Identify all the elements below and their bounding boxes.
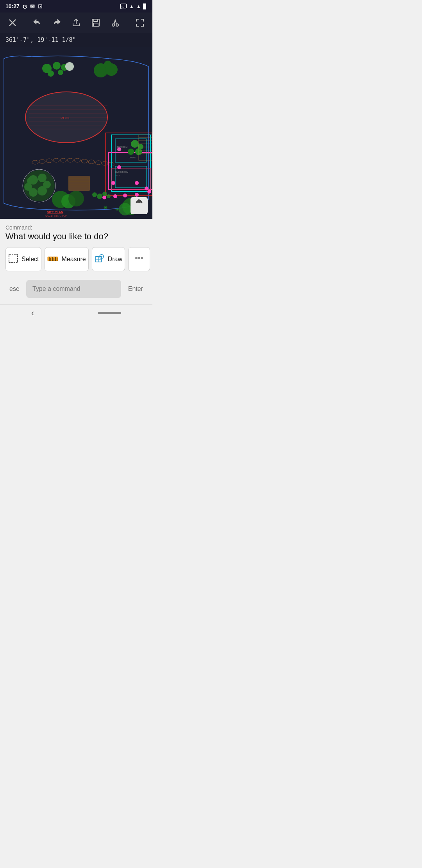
svg-text:✳: ✳: [115, 207, 119, 212]
expand-button[interactable]: [131, 197, 148, 214]
svg-text:BEDROOM: BEDROOM: [117, 146, 127, 148]
svg-rect-52: [68, 176, 90, 191]
svg-point-65: [111, 181, 115, 185]
svg-point-15: [65, 62, 74, 71]
share-button[interactable]: [70, 16, 82, 29]
measure-icon: [47, 255, 58, 264]
action-buttons-row: Select Measure: [5, 247, 147, 271]
svg-point-48: [27, 178, 34, 185]
command-question: What would you like to do?: [5, 231, 147, 242]
svg-point-85: [102, 192, 107, 196]
esc-button[interactable]: esc: [5, 282, 23, 296]
status-time: 10:27: [5, 3, 20, 9]
more-icon: [134, 253, 144, 265]
signal-icon: ▲: [136, 4, 141, 9]
redo-button[interactable]: [50, 16, 63, 29]
command-input-row: esc Enter: [5, 277, 147, 301]
wifi-icon: ▲: [129, 4, 134, 9]
select-label: Select: [21, 256, 39, 263]
svg-text:POOL: POOL: [61, 116, 70, 120]
cut-button[interactable]: [109, 16, 122, 29]
svg-point-113: [136, 257, 137, 259]
svg-rect-6: [93, 23, 98, 26]
svg-point-73: [131, 140, 139, 148]
svg-text:15'X12': 15'X12': [115, 174, 120, 176]
enter-button[interactable]: Enter: [124, 282, 147, 296]
back-button[interactable]: ‹: [31, 308, 34, 318]
svg-point-110: [101, 256, 102, 257]
svg-point-87: [92, 192, 97, 197]
coords-bar: 361'-7", 19'-11 1/8": [0, 33, 152, 47]
svg-text:DINING: DINING: [129, 156, 136, 159]
svg-text:LIVING ROOM: LIVING ROOM: [115, 171, 128, 173]
fullscreen-button[interactable]: [134, 16, 146, 29]
svg-point-67: [145, 187, 148, 190]
save-button[interactable]: [89, 16, 102, 29]
command-input[interactable]: [26, 280, 121, 298]
badge-icon: ⊡: [38, 3, 43, 9]
svg-text:10'X8': 10'X8': [117, 149, 122, 151]
canvas-area[interactable]: POOL: [0, 47, 152, 219]
home-pill[interactable]: [98, 312, 121, 314]
svg-point-13: [48, 70, 54, 77]
svg-point-71: [113, 194, 117, 198]
command-label: Command:: [5, 224, 147, 231]
coordinates-value: 361'-7", 19'-11 1/8": [5, 36, 76, 43]
toolbar: [0, 13, 152, 33]
svg-point-14: [58, 70, 63, 75]
status-bar: 10:27 G ✉ ⊡ ▲ ▲ ▊: [0, 0, 152, 13]
mail-icon: ✉: [30, 3, 35, 9]
draw-label: Draw: [108, 256, 122, 263]
svg-text:✳: ✳: [104, 205, 107, 210]
svg-point-64: [117, 165, 121, 169]
draw-icon: [95, 253, 105, 265]
select-icon: [8, 253, 18, 265]
draw-button[interactable]: Draw: [92, 247, 125, 271]
battery-icon: ▊: [143, 4, 147, 9]
svg-text:SCALE: 3/16" = 1'-0": SCALE: 3/16" = 1'-0": [45, 215, 67, 217]
svg-rect-100: [9, 254, 18, 263]
svg-text:SITE PLAN: SITE PLAN: [47, 210, 63, 214]
g-icon: G: [23, 3, 27, 10]
svg-point-51: [68, 191, 84, 206]
svg-point-11: [53, 62, 61, 70]
measure-label: Measure: [61, 256, 86, 263]
svg-point-114: [138, 257, 140, 259]
svg-rect-5: [94, 19, 98, 22]
command-panel: Command: What would you like to do? Sele…: [0, 219, 152, 304]
close-button[interactable]: [6, 16, 19, 29]
svg-point-75: [128, 149, 134, 155]
select-button[interactable]: Select: [5, 247, 41, 271]
svg-point-86: [107, 194, 111, 198]
svg-point-43: [38, 174, 46, 182]
svg-point-66: [135, 181, 139, 185]
svg-point-18: [104, 61, 112, 68]
svg-point-70: [123, 194, 127, 197]
svg-point-45: [38, 186, 47, 195]
svg-point-115: [141, 257, 143, 259]
svg-point-89: [119, 203, 131, 215]
undo-button[interactable]: [31, 16, 43, 29]
measure-button[interactable]: Measure: [45, 247, 88, 271]
svg-point-84: [97, 194, 102, 199]
nav-bar: ‹: [0, 304, 152, 321]
more-button[interactable]: [128, 247, 150, 271]
cast-icon: [120, 3, 127, 10]
svg-point-68: [147, 190, 151, 194]
